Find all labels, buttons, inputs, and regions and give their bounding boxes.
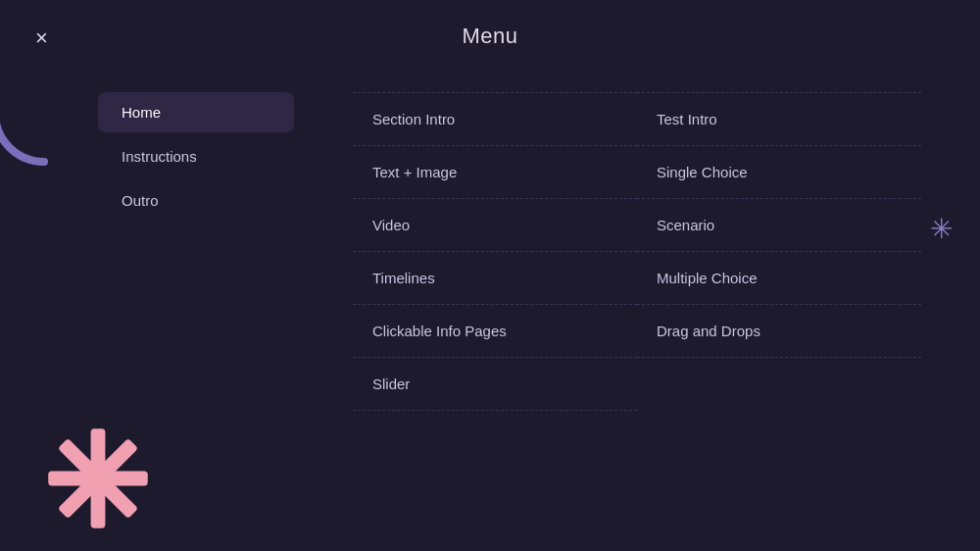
menu-item-slider[interactable]: Slider [353, 358, 637, 411]
menu-right-column: Test Intro Single Choice Scenario Multip… [637, 92, 921, 411]
sidebar: Home Instructions Outro [98, 92, 294, 411]
main-content: Home Instructions Outro Section Intro Te… [0, 73, 980, 430]
deco-asterisk-left-icon [29, 420, 167, 541]
menu-grid: Section Intro Text + Image Video Timelin… [353, 92, 921, 411]
menu-item-test-intro[interactable]: Test Intro [637, 92, 921, 146]
sidebar-item-outro[interactable]: Outro [98, 180, 294, 221]
menu-item-section-intro[interactable]: Section Intro [353, 92, 637, 146]
svg-rect-3 [58, 438, 138, 519]
menu-item-drag-and-drops[interactable]: Drag and Drops [637, 305, 921, 358]
menu-title: Menu [462, 24, 517, 49]
menu-item-clickable-info-pages[interactable]: Clickable Info Pages [353, 305, 637, 358]
menu-item-multiple-choice[interactable]: Multiple Choice [637, 252, 921, 305]
menu-item-single-choice[interactable]: Single Choice [637, 146, 921, 199]
svg-rect-0 [91, 428, 106, 528]
menu-item-scenario[interactable]: Scenario [637, 199, 921, 252]
menu-item-timelines[interactable]: Timelines [353, 252, 637, 305]
header: × Menu [0, 0, 980, 73]
menu-item-text-image[interactable]: Text + Image [353, 146, 637, 199]
sidebar-item-home[interactable]: Home [98, 92, 294, 132]
menu-left-column: Section Intro Text + Image Video Timelin… [353, 92, 637, 411]
sidebar-item-instructions[interactable]: Instructions [98, 136, 294, 176]
menu-item-video[interactable]: Video [353, 199, 637, 252]
svg-rect-2 [48, 472, 148, 486]
close-button[interactable]: × [31, 24, 52, 53]
svg-rect-1 [58, 438, 138, 519]
